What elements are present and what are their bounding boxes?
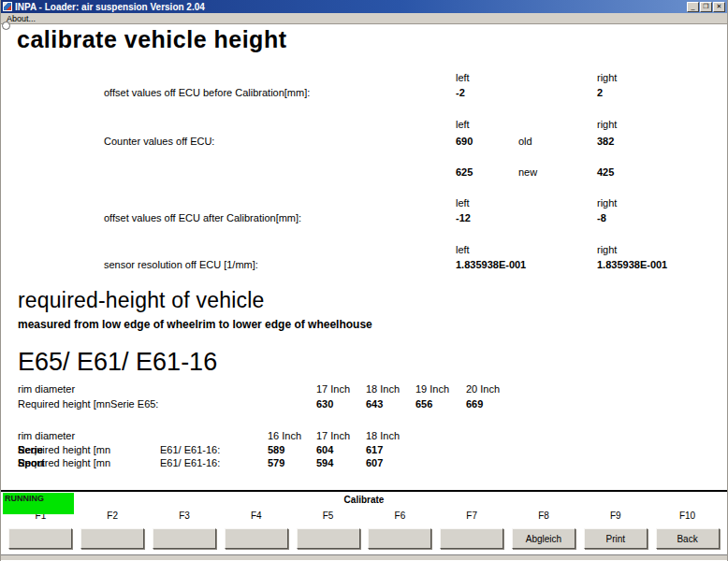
table2-serie-value-18: 617 — [366, 444, 383, 455]
right-column-header: right — [597, 244, 617, 255]
fkey-f6-label: F6 — [395, 511, 406, 523]
table1-row-label: Required height [mnSerie E65: — [18, 398, 158, 410]
abgleich-button[interactable]: Abgleich — [512, 528, 575, 549]
ecu-3-row: sensor resolution off ECU [1/mm]: 1.8359… — [1, 259, 727, 272]
close-button[interactable]: ✕ — [713, 2, 725, 12]
fkey-f5-button[interactable] — [297, 528, 360, 549]
print-button[interactable]: Print — [584, 528, 648, 549]
table1-value-18: 643 — [366, 398, 383, 410]
ecu-1-label: Counter values off ECU: — [104, 136, 214, 147]
ecu-1-old-tag: old — [518, 136, 532, 147]
fkey-f1-button[interactable] — [8, 528, 72, 549]
ecu-1-headers: left right — [1, 119, 727, 132]
fkey-f3-label: F3 — [179, 511, 190, 523]
fkey-col-f10: F10 Back — [651, 511, 723, 549]
fkey-col-f7: F7 — [436, 511, 508, 549]
ecu-0-row: offset values off ECU before Calibration… — [1, 87, 727, 100]
table2-sport-value-16: 579 — [268, 457, 284, 468]
ecu-0-headers: left right — [1, 72, 727, 85]
ecu-2-headers: left right — [1, 197, 727, 210]
fkey-f6-button[interactable] — [368, 528, 431, 549]
table2-sport-value-18: 607 — [366, 457, 383, 468]
table1-col-19: 19 Inch — [415, 383, 449, 395]
ecu-2-label: offset values off ECU after Calibration[… — [104, 212, 301, 223]
table2-sport-row: Required height [mnSport E61/ E61-16: 57… — [1, 457, 727, 470]
model-title: E65/ E61/ E61-16 — [18, 348, 217, 377]
table1-col-20: 20 Inch — [466, 383, 500, 395]
mode-label: Calibrate — [1, 492, 727, 511]
table1-col-17: 17 Inch — [316, 383, 350, 395]
table1-header-row: rim diameter 17 Inch 18 Inch 19 Inch 20 … — [1, 383, 727, 396]
left-column-header: left — [456, 119, 470, 130]
table1-value-17: 630 — [316, 398, 333, 410]
fkey-f4-label: F4 — [251, 511, 262, 523]
left-column-header: left — [456, 244, 470, 255]
fkey-f5-label: F5 — [323, 511, 334, 523]
table2-col-18: 18 Inch — [366, 430, 400, 441]
fkey-f2-label: F2 — [107, 511, 118, 523]
table2-sport-model: E61/ E61-16: — [160, 457, 220, 468]
label-prefix: Required height [mn — [18, 457, 110, 468]
table2-serie-value-17: 604 — [316, 444, 333, 455]
fkey-col-f3: F3 — [149, 511, 221, 549]
fkey-col-f4: F4 — [220, 511, 292, 549]
minimize-button[interactable]: _ — [687, 2, 699, 12]
window-title: INPA - Loader: air suspension Version 2.… — [15, 2, 687, 12]
client-area: calibrate vehicle height left right offs… — [1, 24, 727, 490]
fkey-col-f9: F9 Print — [579, 511, 651, 549]
ecu-0-left-value: -2 — [456, 87, 465, 98]
ecu-1-row-old: Counter values off ECU: 690 old 382 — [1, 136, 727, 149]
table1-col-18: 18 Inch — [366, 383, 400, 395]
fkey-f4-button[interactable] — [225, 528, 288, 549]
table2-header-row: rim diameter 16 Inch 17 Inch 18 Inch — [1, 430, 727, 443]
fkey-f3-button[interactable] — [153, 528, 216, 549]
table2-col-17: 17 Inch — [316, 430, 350, 441]
fkey-col-f6: F6 — [364, 511, 436, 549]
fkey-col-f5: F5 — [292, 511, 364, 549]
fkey-f7-button[interactable] — [440, 528, 503, 549]
fkey-f10-label: F10 — [679, 511, 695, 523]
title-bar: INPA - Loader: air suspension Version 2.… — [1, 0, 727, 13]
fkey-col-f8: F8 Abgleich — [508, 511, 580, 549]
table1-data-row: Required height [mnSerie E65: 630 643 65… — [1, 398, 727, 411]
ecu-1-new-right: 425 — [597, 166, 614, 178]
table2-serie-label: Required height [mnSerie — [18, 444, 43, 455]
ecu-2-left-value: -12 — [456, 212, 471, 223]
ecu-3-left-value: 1.835938E-001 — [456, 259, 526, 270]
left-column-header: left — [456, 197, 470, 209]
required-height-subtitle: measured from low edge of wheelrim to lo… — [18, 318, 372, 331]
ecu-3-label: sensor resolution off ECU [1/mm]: — [104, 259, 258, 270]
right-column-header: right — [597, 72, 617, 83]
fkey-col-f1: F1 — [5, 511, 77, 549]
ecu-3-right-value: 1.835938E-001 — [597, 259, 667, 270]
fkey-f2-button[interactable] — [80, 528, 144, 549]
ecu-0-label: offset values off ECU before Calibration… — [104, 87, 310, 98]
table1-value-20: 669 — [466, 398, 483, 410]
ecu-1-row-new: 625 new 425 — [1, 166, 727, 180]
table2-serie-value-16: 589 — [268, 444, 284, 455]
left-column-header: left — [456, 72, 470, 83]
required-height-title: required-height of vehicle — [18, 288, 264, 313]
status-badge: RUNNING — [3, 493, 74, 514]
rim-diameter-label: rim diameter — [18, 430, 75, 441]
ecu-1-old-right: 382 — [597, 136, 614, 147]
right-column-header: right — [597, 197, 617, 209]
ecu-1-old-left: 690 — [456, 136, 473, 147]
table1-value-19: 656 — [415, 398, 432, 410]
ecu-2-row: offset values off ECU after Calibration[… — [1, 212, 727, 225]
ecu-1-new-tag: new — [518, 166, 537, 178]
page-title: calibrate vehicle height — [17, 26, 287, 53]
status-circle-icon — [2, 22, 10, 30]
maximize-button[interactable]: ❐ — [700, 2, 712, 12]
fkey-f8-label: F8 — [538, 511, 549, 523]
window-controls: _ ❐ ✕ — [687, 2, 725, 12]
menu-bar: About... — [1, 13, 727, 24]
ecu-2-right-value: -8 — [597, 212, 606, 223]
back-button[interactable]: Back — [656, 528, 720, 549]
inpa-window: INPA - Loader: air suspension Version 2.… — [0, 0, 728, 561]
table2-serie-row: Required height [mnSerie E61/ E61-16: 58… — [1, 444, 727, 457]
app-icon — [3, 2, 12, 11]
menu-about[interactable]: About... — [7, 14, 36, 23]
right-column-header: right — [597, 119, 617, 130]
window-bottom-frame — [1, 554, 727, 560]
